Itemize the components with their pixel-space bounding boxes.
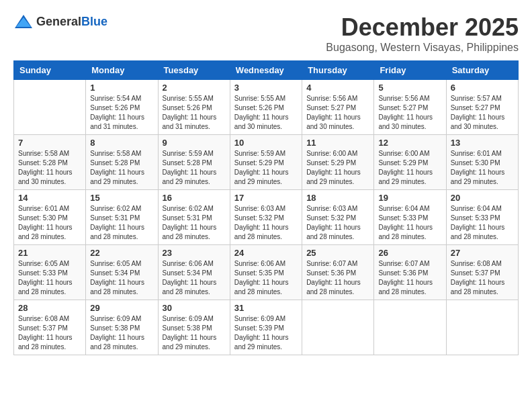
calendar-cell: 5Sunrise: 5:56 AM Sunset: 5:27 PM Daylig… — [374, 80, 446, 135]
calendar-cell: 6Sunrise: 5:57 AM Sunset: 5:27 PM Daylig… — [446, 80, 518, 135]
calendar-cell: 3Sunrise: 5:55 AM Sunset: 5:26 PM Daylig… — [230, 80, 302, 135]
day-info: Sunrise: 6:07 AM Sunset: 5:36 PM Dayligh… — [378, 259, 441, 297]
svg-marker-1 — [16, 17, 31, 27]
day-info: Sunrise: 6:06 AM Sunset: 5:35 PM Dayligh… — [234, 259, 298, 297]
day-number: 7 — [18, 138, 81, 148]
day-number: 28 — [18, 303, 81, 313]
calendar-cell: 9Sunrise: 5:59 AM Sunset: 5:28 PM Daylig… — [158, 135, 230, 190]
calendar-cell: 25Sunrise: 6:07 AM Sunset: 5:36 PM Dayli… — [302, 245, 374, 300]
day-info: Sunrise: 6:08 AM Sunset: 5:37 PM Dayligh… — [18, 314, 81, 352]
calendar-cell: 28Sunrise: 6:08 AM Sunset: 5:37 PM Dayli… — [14, 300, 86, 355]
day-info: Sunrise: 5:55 AM Sunset: 5:26 PM Dayligh… — [163, 94, 226, 132]
day-info: Sunrise: 6:03 AM Sunset: 5:32 PM Dayligh… — [234, 204, 298, 242]
day-info: Sunrise: 6:00 AM Sunset: 5:29 PM Dayligh… — [306, 149, 369, 187]
day-number: 14 — [18, 193, 81, 203]
day-number: 13 — [451, 138, 514, 148]
calendar-cell: 27Sunrise: 6:08 AM Sunset: 5:37 PM Dayli… — [446, 245, 518, 300]
day-info: Sunrise: 6:00 AM Sunset: 5:29 PM Dayligh… — [378, 149, 441, 187]
column-header-monday: Monday — [86, 61, 158, 80]
calendar-cell: 19Sunrise: 6:04 AM Sunset: 5:33 PM Dayli… — [374, 190, 446, 245]
day-info: Sunrise: 6:05 AM Sunset: 5:34 PM Dayligh… — [90, 259, 153, 297]
day-info: Sunrise: 5:56 AM Sunset: 5:27 PM Dayligh… — [306, 94, 369, 132]
day-info: Sunrise: 6:04 AM Sunset: 5:33 PM Dayligh… — [451, 204, 514, 242]
day-info: Sunrise: 6:02 AM Sunset: 5:31 PM Dayligh… — [90, 204, 153, 242]
calendar-cell — [14, 80, 86, 135]
day-number: 31 — [234, 303, 298, 313]
day-number: 16 — [163, 193, 226, 203]
day-number: 27 — [451, 248, 514, 258]
calendar-cell: 12Sunrise: 6:00 AM Sunset: 5:29 PM Dayli… — [374, 135, 446, 190]
location-subtitle: Bugasong, Western Visayas, Philippines — [326, 42, 519, 54]
day-info: Sunrise: 6:09 AM Sunset: 5:38 PM Dayligh… — [90, 314, 153, 352]
calendar-cell: 15Sunrise: 6:02 AM Sunset: 5:31 PM Dayli… — [86, 190, 158, 245]
day-number: 20 — [451, 193, 514, 203]
calendar-cell: 23Sunrise: 6:06 AM Sunset: 5:34 PM Dayli… — [158, 245, 230, 300]
day-info: Sunrise: 6:05 AM Sunset: 5:33 PM Dayligh… — [18, 259, 81, 297]
logo: General Blue — [13, 13, 107, 30]
day-info: Sunrise: 5:57 AM Sunset: 5:27 PM Dayligh… — [451, 94, 514, 132]
day-info: Sunrise: 6:03 AM Sunset: 5:32 PM Dayligh… — [306, 204, 369, 242]
day-info: Sunrise: 5:56 AM Sunset: 5:27 PM Dayligh… — [378, 94, 441, 132]
calendar-cell: 7Sunrise: 5:58 AM Sunset: 5:28 PM Daylig… — [14, 135, 86, 190]
calendar-cell: 11Sunrise: 6:00 AM Sunset: 5:29 PM Dayli… — [302, 135, 374, 190]
calendar-cell: 22Sunrise: 6:05 AM Sunset: 5:34 PM Dayli… — [86, 245, 158, 300]
calendar-week-row: 7Sunrise: 5:58 AM Sunset: 5:28 PM Daylig… — [14, 135, 519, 190]
day-number: 21 — [18, 248, 81, 258]
day-info: Sunrise: 6:09 AM Sunset: 5:39 PM Dayligh… — [234, 314, 298, 352]
calendar-cell: 1Sunrise: 5:54 AM Sunset: 5:26 PM Daylig… — [86, 80, 158, 135]
calendar-cell: 16Sunrise: 6:02 AM Sunset: 5:31 PM Dayli… — [158, 190, 230, 245]
calendar-cell: 31Sunrise: 6:09 AM Sunset: 5:39 PM Dayli… — [230, 300, 302, 355]
day-number: 4 — [306, 83, 369, 93]
calendar-week-row: 28Sunrise: 6:08 AM Sunset: 5:37 PM Dayli… — [14, 300, 519, 355]
calendar-cell: 18Sunrise: 6:03 AM Sunset: 5:32 PM Dayli… — [302, 190, 374, 245]
column-header-sunday: Sunday — [14, 61, 86, 80]
calendar-cell: 2Sunrise: 5:55 AM Sunset: 5:26 PM Daylig… — [158, 80, 230, 135]
calendar-cell: 26Sunrise: 6:07 AM Sunset: 5:36 PM Dayli… — [374, 245, 446, 300]
calendar-week-row: 14Sunrise: 6:01 AM Sunset: 5:30 PM Dayli… — [14, 190, 519, 245]
day-info: Sunrise: 6:01 AM Sunset: 5:30 PM Dayligh… — [451, 149, 514, 187]
calendar-cell: 30Sunrise: 6:09 AM Sunset: 5:38 PM Dayli… — [158, 300, 230, 355]
day-number: 22 — [90, 248, 153, 258]
calendar-cell: 14Sunrise: 6:01 AM Sunset: 5:30 PM Dayli… — [14, 190, 86, 245]
column-header-wednesday: Wednesday — [230, 61, 302, 80]
calendar-cell — [374, 300, 446, 355]
day-info: Sunrise: 5:54 AM Sunset: 5:26 PM Dayligh… — [90, 94, 153, 132]
day-number: 2 — [163, 83, 226, 93]
day-number: 19 — [378, 193, 441, 203]
day-number: 1 — [90, 83, 153, 93]
calendar-cell: 8Sunrise: 5:58 AM Sunset: 5:28 PM Daylig… — [86, 135, 158, 190]
calendar-cell: 10Sunrise: 5:59 AM Sunset: 5:29 PM Dayli… — [230, 135, 302, 190]
month-title: December 2025 — [326, 13, 519, 42]
day-number: 30 — [163, 303, 226, 313]
calendar-table: SundayMondayTuesdayWednesdayThursdayFrid… — [13, 60, 519, 355]
day-number: 9 — [163, 138, 226, 148]
page-header: General Blue December 2025 Bugasong, Wes… — [13, 13, 519, 54]
day-info: Sunrise: 6:06 AM Sunset: 5:34 PM Dayligh… — [163, 259, 226, 297]
day-number: 10 — [234, 138, 298, 148]
day-number: 18 — [306, 193, 369, 203]
day-number: 25 — [306, 248, 369, 258]
calendar-cell: 17Sunrise: 6:03 AM Sunset: 5:32 PM Dayli… — [230, 190, 302, 245]
day-info: Sunrise: 6:07 AM Sunset: 5:36 PM Dayligh… — [306, 259, 369, 297]
column-header-saturday: Saturday — [446, 61, 518, 80]
title-section: December 2025 Bugasong, Western Visayas,… — [326, 13, 519, 54]
calendar-cell: 29Sunrise: 6:09 AM Sunset: 5:38 PM Dayli… — [86, 300, 158, 355]
column-header-friday: Friday — [374, 61, 446, 80]
day-info: Sunrise: 6:08 AM Sunset: 5:37 PM Dayligh… — [451, 259, 514, 297]
calendar-cell: 4Sunrise: 5:56 AM Sunset: 5:27 PM Daylig… — [302, 80, 374, 135]
day-info: Sunrise: 6:04 AM Sunset: 5:33 PM Dayligh… — [378, 204, 441, 242]
day-number: 12 — [378, 138, 441, 148]
day-number: 8 — [90, 138, 153, 148]
day-number: 6 — [451, 83, 514, 93]
day-number: 11 — [306, 138, 369, 148]
day-info: Sunrise: 5:59 AM Sunset: 5:28 PM Dayligh… — [163, 149, 226, 187]
calendar-cell: 20Sunrise: 6:04 AM Sunset: 5:33 PM Dayli… — [446, 190, 518, 245]
column-header-thursday: Thursday — [302, 61, 374, 80]
calendar-cell — [446, 300, 518, 355]
calendar-cell: 13Sunrise: 6:01 AM Sunset: 5:30 PM Dayli… — [446, 135, 518, 190]
calendar-header-row: SundayMondayTuesdayWednesdayThursdayFrid… — [14, 61, 519, 80]
day-number: 5 — [378, 83, 441, 93]
calendar-week-row: 21Sunrise: 6:05 AM Sunset: 5:33 PM Dayli… — [14, 245, 519, 300]
logo-general: General — [36, 15, 81, 29]
day-info: Sunrise: 5:55 AM Sunset: 5:26 PM Dayligh… — [234, 94, 298, 132]
